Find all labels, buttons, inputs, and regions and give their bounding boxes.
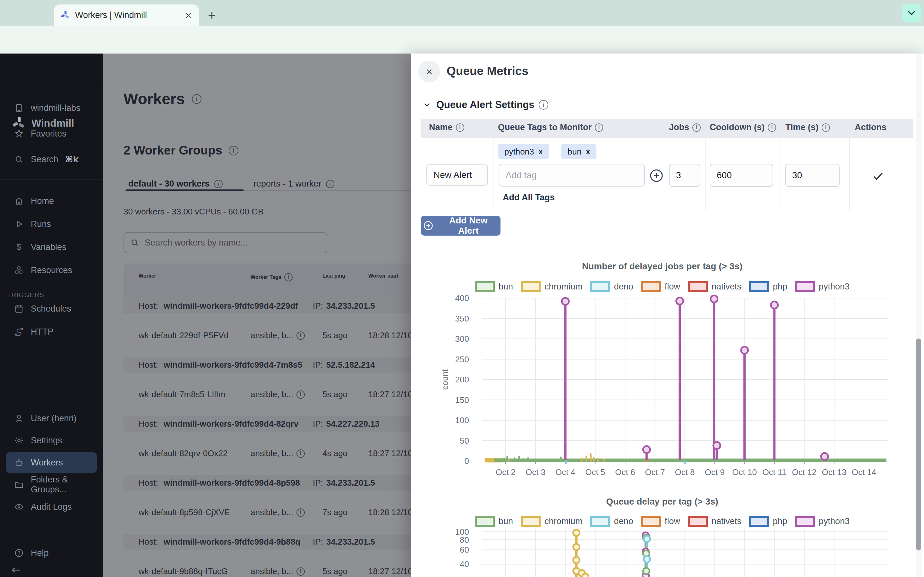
legend-swatch: [590, 516, 610, 527]
legend-item-python3[interactable]: python3: [795, 516, 850, 527]
legend-item-bun[interactable]: bun: [475, 516, 513, 527]
legend-label: python3: [819, 282, 850, 292]
legend-item-python3[interactable]: python3: [795, 281, 850, 292]
sidebar-item-label: Favorites: [31, 129, 66, 139]
sidebar-item-label: Audit Logs: [31, 502, 72, 512]
sidebar-item-variables[interactable]: Variables: [0, 235, 103, 259]
legend-item-nativets[interactable]: nativets: [688, 281, 741, 292]
legend-label: flow: [665, 282, 680, 292]
svg-text:40: 40: [460, 559, 469, 569]
legend-item-chromium[interactable]: chromium: [521, 516, 583, 527]
jobs-input[interactable]: [669, 164, 700, 187]
sidebar-item-windmill-labs[interactable]: windmill-labs: [0, 95, 103, 121]
home-icon: [14, 196, 24, 206]
sidebar-item-search[interactable]: Search⌘k: [0, 147, 103, 172]
add-tag-plus-icon[interactable]: [649, 168, 664, 183]
legend-item-bun[interactable]: bun: [475, 281, 513, 292]
window-chevron-button[interactable]: [902, 4, 921, 23]
legend-item-php[interactable]: php: [749, 281, 787, 292]
sidebar-item-label: Settings: [31, 436, 62, 446]
column-divider: [780, 138, 781, 210]
info-icon[interactable]: [539, 100, 548, 110]
sidebar-item-workers[interactable]: Workers: [6, 452, 97, 473]
robot-icon: [14, 458, 24, 467]
drawer-backdrop[interactable]: [103, 53, 411, 577]
legend-item-flow[interactable]: flow: [641, 281, 680, 292]
sidebar-item-favorites[interactable]: Favorites: [0, 121, 103, 147]
tab-close-icon[interactable]: ×: [184, 10, 192, 21]
confirm-check-icon[interactable]: [872, 169, 885, 182]
sidebar-item-help[interactable]: Help: [0, 543, 103, 563]
svg-text:Oct 6: Oct 6: [615, 467, 635, 477]
sidebar-item-label: windmill-labs: [31, 103, 81, 113]
section-title: Queue Alert Settings: [436, 99, 534, 111]
info-icon[interactable]: [822, 123, 830, 132]
legend-item-deno[interactable]: deno: [590, 516, 633, 527]
legend-item-chromium[interactable]: chromium: [521, 281, 583, 292]
tag-label: bun: [567, 147, 582, 157]
tag-pill-python3[interactable]: python3x: [498, 144, 549, 159]
chevron-down-icon: [906, 8, 917, 19]
add-new-alert-button[interactable]: Add New Alert: [421, 216, 501, 235]
alert-column-header-actions: Actions: [855, 122, 887, 132]
legend-swatch: [475, 281, 495, 292]
sidebar-item-audit-logs[interactable]: Audit Logs: [0, 496, 103, 517]
tag-pill-bun[interactable]: bunx: [561, 144, 596, 159]
alert-table-header: [421, 119, 913, 138]
info-icon[interactable]: [768, 123, 776, 132]
close-icon[interactable]: [418, 61, 440, 82]
sidebar-item-label: Help: [31, 548, 49, 558]
sidebar: Windmill windmill-labsFavoritesSearch⌘k …: [0, 53, 103, 577]
star-icon: [14, 129, 24, 139]
info-icon[interactable]: [456, 123, 464, 132]
legend-swatch: [749, 516, 769, 527]
browser-tab[interactable]: Workers | Windmill ×: [54, 5, 199, 26]
chart2-legend: bunchromiumdenoflownativetsphppython3: [411, 516, 914, 527]
sidebar-item-schedules[interactable]: Schedules: [0, 297, 103, 320]
collapse-sidebar-icon[interactable]: ←: [11, 563, 21, 576]
svg-text:Oct 8: Oct 8: [675, 467, 695, 477]
time-input[interactable]: [785, 164, 840, 187]
sidebar-item-label: Runs: [31, 219, 51, 229]
calendar-icon: [14, 304, 24, 314]
sidebar-item-user-henri[interactable]: User (henri): [0, 408, 103, 429]
sidebar-item-home[interactable]: Home: [0, 189, 103, 213]
svg-text:80: 80: [460, 535, 469, 545]
remove-tag-icon[interactable]: x: [539, 147, 543, 156]
cooldown-input[interactable]: [710, 164, 773, 187]
sidebar-item-settings[interactable]: Settings: [0, 430, 103, 451]
add-tag-input[interactable]: [499, 164, 645, 187]
alert-name-input[interactable]: [426, 164, 488, 185]
add-all-tags-link[interactable]: Add All Tags: [503, 193, 555, 203]
legend-label: nativets: [712, 282, 741, 292]
collapse-chevron-icon[interactable]: [422, 100, 432, 110]
remove-tag-icon[interactable]: x: [586, 147, 590, 156]
legend-item-php[interactable]: php: [749, 516, 787, 527]
legend-item-nativets[interactable]: nativets: [688, 516, 741, 527]
svg-text:Oct 3: Oct 3: [525, 467, 545, 477]
legend-label: php: [773, 282, 787, 292]
alert-column-header-name: Name: [429, 122, 464, 132]
new-tab-button[interactable]: +: [208, 10, 216, 21]
sidebar-item-label: Folders & Groups...: [31, 475, 103, 495]
legend-item-deno[interactable]: deno: [590, 281, 633, 292]
svg-text:Oct 12: Oct 12: [792, 467, 817, 477]
legend-label: flow: [665, 516, 680, 526]
play-icon: [14, 219, 24, 229]
legend-swatch: [688, 516, 708, 527]
svg-text:100: 100: [455, 527, 469, 537]
legend-swatch: [590, 281, 610, 292]
row-divider: [421, 210, 913, 210]
chart2-title: Queue delay per tag (> 3s): [411, 496, 914, 507]
legend-item-flow[interactable]: flow: [641, 516, 680, 527]
sidebar-item-resources[interactable]: Resources: [0, 259, 103, 282]
sidebar-item-folders-groups[interactable]: Folders & Groups...: [0, 474, 103, 495]
info-icon[interactable]: [692, 123, 701, 132]
info-icon[interactable]: [595, 123, 603, 132]
chart1-legend: bunchromiumdenoflownativetsphppython3: [411, 281, 914, 292]
drawer-scrollbar-thumb[interactable]: [916, 338, 921, 550]
tab-title: Workers | Windmill: [75, 10, 184, 20]
sidebar-item-http[interactable]: HTTP: [0, 320, 103, 343]
sidebar-item-runs[interactable]: Runs: [0, 213, 103, 235]
sidebar-item-label: HTTP: [31, 327, 53, 337]
